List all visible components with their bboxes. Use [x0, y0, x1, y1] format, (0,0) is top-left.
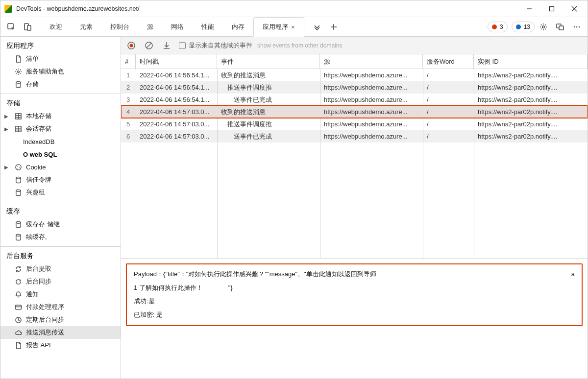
info-count-pill[interactable]: 13: [512, 22, 535, 32]
database-icon: [14, 176, 22, 184]
col-event[interactable]: 事件: [217, 54, 320, 69]
tab-6[interactable]: 内存: [223, 17, 253, 36]
ghost-text: show events from other domains: [257, 42, 342, 49]
database-icon: [14, 220, 22, 228]
table-row[interactable]: 52022-04-06 14:57:03.0... 推送事件调度推https:/…: [121, 118, 588, 130]
clock-icon: [14, 316, 22, 324]
more-tabs-button[interactable]: [309, 20, 325, 34]
inspect-element-button[interactable]: [3, 20, 19, 34]
sidebar-heading-background-services: 后台服务: [0, 249, 121, 262]
cell-instance: https://wns2-par02p.notify....: [474, 130, 588, 142]
svg-point-25: [130, 44, 133, 47]
sidebar-item-cookies[interactable]: ▶ Cookie: [0, 161, 121, 173]
tab-label: 性能: [201, 23, 214, 31]
cell-ts: 2022-04-06 14:57:03.0...: [136, 118, 217, 130]
sidebar-item-payment-handler[interactable]: 付款处理程序: [0, 301, 121, 313]
table-row[interactable]: 62022-04-06 14:57:03.0... 送事件已完成https://…: [121, 130, 588, 142]
svg-rect-3: [27, 25, 31, 30]
sidebar-item-storage-overview[interactable]: 存储: [0, 78, 121, 91]
clear-button[interactable]: [144, 40, 154, 51]
col-timestamp[interactable]: 时间戳: [136, 54, 217, 69]
cell-origin: https://webpushdemo.azure...: [320, 118, 423, 130]
table-row[interactable]: 32022-04-06 14:56:54.1... 送事件已完成https://…: [121, 94, 588, 106]
expand-icon[interactable]: ▶: [4, 126, 8, 132]
svg-point-10: [17, 71, 19, 72]
sidebar-item-session-storage[interactable]: ▶ 会话存储: [0, 122, 121, 135]
error-count-pill[interactable]: 3: [488, 22, 508, 32]
cell-instance: https://wns2-par02p.notify....: [474, 81, 588, 94]
events-toolbar: 显示来自其他域的事件 show events from other domain…: [121, 37, 588, 54]
database-icon: [14, 233, 22, 241]
window-close-button[interactable]: [563, 1, 586, 17]
table-row[interactable]: 42022-04-06 14:57:03.0...收到的推送消息https://…: [121, 106, 588, 118]
tab-4[interactable]: 网络: [162, 17, 193, 36]
cell-origin: https://webpushdemo.azure...: [320, 94, 423, 106]
sidebar-item-websql[interactable]: O web SQL: [0, 148, 121, 161]
tab-3[interactable]: 源: [138, 17, 162, 36]
sidebar-item-notifications[interactable]: 通知: [0, 288, 121, 301]
cell-origin: https://webpushdemo.azure...: [320, 81, 423, 94]
database-icon: [14, 189, 22, 196]
tab-0[interactable]: 欢迎: [41, 17, 71, 36]
new-tab-button[interactable]: [326, 20, 342, 34]
expand-icon[interactable]: ▶: [4, 165, 8, 170]
download-button[interactable]: [161, 40, 172, 51]
refresh-icon: [14, 278, 22, 285]
tab-7[interactable]: 应用程序×: [253, 17, 304, 37]
cell-origin: https://webpushdemo.azure...: [320, 69, 423, 81]
device-toggle-button[interactable]: [20, 20, 36, 34]
table-header: # 时间戳 事件 源 服务Word 实例 ID: [121, 54, 588, 69]
sidebar-item-cache-storage[interactable]: 缓存存 储继: [0, 218, 121, 231]
sidebar-item-periodic-background-sync[interactable]: 定期后台同步: [0, 313, 121, 326]
cell-event: 送事件已完成: [217, 130, 320, 142]
svg-rect-6: [559, 26, 564, 30]
record-button[interactable]: [126, 40, 137, 51]
svg-point-7: [574, 26, 575, 27]
svg-point-19: [16, 190, 20, 191]
tab-close-icon[interactable]: ×: [291, 24, 295, 31]
detail-encrypted: 已加密: 是: [134, 310, 575, 320]
svg-point-21: [16, 234, 20, 236]
cell-ts: 2022-04-06 14:57:03.0...: [136, 106, 217, 118]
table-row[interactable]: 12022-04-06 14:56:54.1...收到的推送消息https://…: [121, 69, 588, 81]
expand-icon[interactable]: ▶: [4, 114, 8, 119]
events-table: # 时间戳 事件 源 服务Word 实例 ID 12022-04-06 14:5…: [121, 54, 588, 258]
table-icon: [14, 112, 22, 120]
sidebar-item-indexeddb[interactable]: IndexedDB: [0, 135, 121, 148]
tab-1[interactable]: 元素: [71, 17, 101, 36]
cell-ts: 2022-04-06 14:56:54.1...: [136, 69, 217, 81]
svg-point-4: [542, 25, 545, 28]
cell-origin: https://webpushdemo.azure...: [320, 106, 423, 118]
table-body: 12022-04-06 14:56:54.1...收到的推送消息https://…: [121, 69, 588, 258]
window-maximize-button[interactable]: [540, 1, 563, 17]
sidebar-item-push-messaging[interactable]: 推送消息传送: [0, 326, 121, 339]
sidebar-item-application-cache[interactable]: 续缓存,: [0, 231, 121, 243]
sidebar-item-reporting-api[interactable]: 报告 API: [0, 339, 121, 352]
sidebar-heading-storage: 存储: [0, 96, 121, 110]
svg-rect-0: [550, 6, 554, 11]
sidebar-item-manifest[interactable]: 清单: [0, 52, 121, 65]
more-options-button[interactable]: [569, 20, 585, 34]
cell-event: 收到的推送消息: [217, 69, 320, 81]
sidebar-item-background-sync[interactable]: 后台同步: [0, 275, 121, 288]
window-titlebar: DevTools - webpushdemo.azurewebsites.net…: [0, 0, 588, 17]
sidebar-item-interest-groups[interactable]: 兴趣组: [0, 186, 121, 199]
info-dot-icon: [516, 24, 521, 29]
svg-point-11: [16, 81, 20, 83]
col-sw[interactable]: 服务Word: [423, 54, 474, 69]
sidebar-item-background-fetch[interactable]: 后台提取: [0, 262, 121, 275]
sidebar-item-trust-tokens[interactable]: 信任令牌: [0, 173, 121, 186]
settings-button[interactable]: [536, 20, 551, 34]
application-sidebar: 应用程序 清单 服务辅助角色 存储 存储 ▶: [0, 37, 121, 379]
table-row[interactable]: 22022-04-06 14:56:54.1... 推送事件调度推https:/…: [121, 81, 588, 94]
col-num[interactable]: #: [121, 54, 136, 69]
window-minimize-button[interactable]: [518, 1, 540, 17]
tab-2[interactable]: 控制台: [101, 17, 138, 36]
col-instance[interactable]: 实例 ID: [474, 54, 588, 69]
show-other-domains-checkbox[interactable]: 显示来自其他域的事件: [179, 41, 252, 50]
sidebar-item-service-workers[interactable]: 服务辅助角色: [0, 65, 121, 78]
dock-side-button[interactable]: [552, 20, 568, 34]
sidebar-item-local-storage[interactable]: ▶ 本地存储: [0, 110, 121, 122]
col-origin[interactable]: 源: [320, 54, 423, 69]
tab-5[interactable]: 性能: [193, 17, 223, 36]
